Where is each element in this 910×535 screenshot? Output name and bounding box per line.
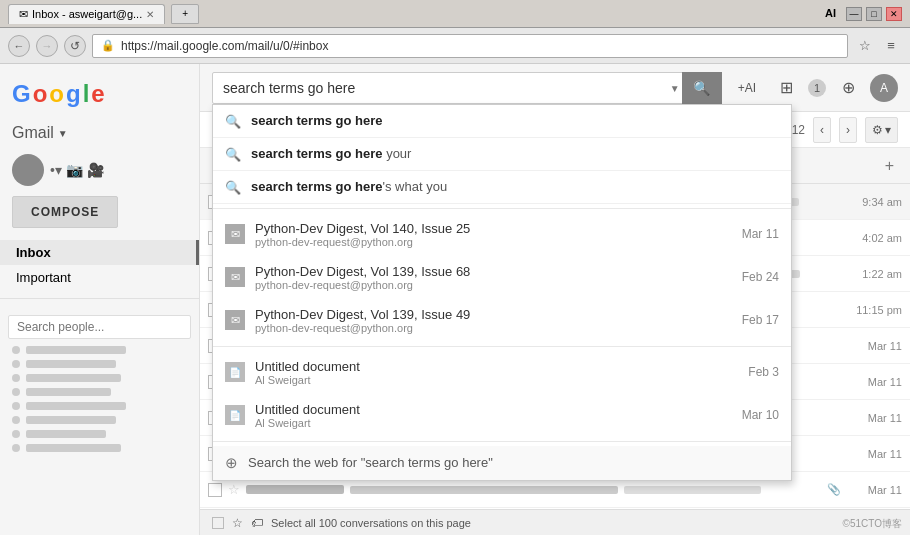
title-bar-left: ✉ Inbox - asweigart@g... ✕ +: [8, 4, 199, 24]
status-checkbox[interactable]: [212, 517, 224, 529]
sidebar-video-icon[interactable]: 🎥: [87, 162, 104, 178]
url-text: https://mail.google.com/mail/u/0/#inbox: [121, 39, 328, 53]
ai-label: AI: [825, 7, 836, 21]
search-icon: 🔍: [225, 180, 241, 195]
back-btn[interactable]: ←: [8, 35, 30, 57]
browser-bar: ← → ↺ 🔒 https://mail.google.com/mail/u/0…: [0, 28, 910, 64]
header-right: +AI ⊞ 1 ⊕ A: [730, 74, 898, 102]
sidebar-item-important[interactable]: Important: [0, 265, 199, 290]
search-box-wrapper: ▼ 🔍 🔍 search terms go here 🔍: [212, 72, 722, 104]
search-people-input[interactable]: [8, 315, 191, 339]
contact-name-blurred: [26, 374, 121, 382]
email-subject-blurred: [350, 486, 618, 494]
contact-section: [0, 305, 199, 461]
autocomplete-email-1[interactable]: ✉ Python-Dev Digest, Vol 140, Issue 25 p…: [213, 213, 791, 256]
main-area: ▼ 🔍 🔍 search terms go here 🔍: [200, 64, 910, 535]
star-icon[interactable]: ☆: [232, 516, 243, 530]
sidebar-avatar: [12, 154, 44, 186]
ssl-lock-icon: 🔒: [101, 39, 115, 52]
contact-dot: [12, 444, 20, 452]
autocomplete-email-2[interactable]: ✉ Python-Dev Digest, Vol 139, Issue 68 p…: [213, 256, 791, 299]
gmail-main: Google Gmail ▼ •▾ 📷 🎥 COMPOSE Inbox Impo…: [0, 64, 910, 535]
contact-item: [0, 399, 199, 413]
autocomplete-suggestion-3[interactable]: 🔍 search terms go here's what you: [213, 171, 791, 204]
sidebar-action-1[interactable]: •▾: [50, 162, 62, 178]
autocomplete-email-3[interactable]: ✉ Python-Dev Digest, Vol 139, Issue 49 p…: [213, 299, 791, 342]
contact-dot: [12, 346, 20, 354]
ac-divider-2: [213, 346, 791, 347]
sidebar: Google Gmail ▼ •▾ 📷 🎥 COMPOSE Inbox Impo…: [0, 64, 200, 535]
gmail-label[interactable]: Gmail ▼: [0, 120, 199, 150]
autocomplete-suggestion-2[interactable]: 🔍 search terms go here your: [213, 138, 791, 171]
window-controls: AI — □ ✕: [825, 7, 902, 21]
contact-name-blurred: [26, 388, 111, 396]
settings-btn[interactable]: ⚙ ▾: [865, 117, 898, 143]
autocomplete-doc-2[interactable]: 📄 Untitled document Al Sweigart Mar 10: [213, 394, 791, 437]
browser-menu-icon[interactable]: ≡: [880, 35, 902, 57]
status-text: Select all 100 conversations on this pag…: [271, 517, 471, 529]
contact-item: [0, 441, 199, 455]
contact-item: [0, 357, 199, 371]
email-star[interactable]: ☆: [228, 482, 240, 497]
email-icon: ✉: [225, 310, 245, 330]
email-icon: ✉: [225, 224, 245, 244]
google-logo: Google: [0, 72, 199, 120]
contact-name-blurred: [26, 346, 126, 354]
browser-action-buttons: ☆ ≡: [854, 35, 902, 57]
search-icon: 🔍: [225, 147, 241, 162]
nav-items: Inbox Important: [0, 240, 199, 290]
tab-title: Inbox - asweigart@g...: [32, 8, 142, 20]
label-icon[interactable]: 🏷: [251, 516, 263, 530]
contact-dot: [12, 430, 20, 438]
autocomplete-web-search[interactable]: ⊕ Search the web for "search terms go he…: [213, 446, 791, 480]
gmail-dropdown-icon: ▼: [58, 128, 68, 139]
gmail-header: ▼ 🔍 🔍 search terms go here 🔍: [200, 64, 910, 112]
user-avatar[interactable]: A: [870, 74, 898, 102]
sidebar-divider: [0, 298, 199, 299]
autocomplete-doc-1[interactable]: 📄 Untitled document Al Sweigart Feb 3: [213, 351, 791, 394]
title-bar: ✉ Inbox - asweigart@g... ✕ + AI — □ ✕: [0, 0, 910, 28]
close-btn[interactable]: ✕: [886, 7, 902, 21]
email-sender-blurred: [246, 485, 344, 494]
contact-name-blurred: [26, 416, 116, 424]
autocomplete-dropdown: 🔍 search terms go here 🔍 search terms go…: [212, 104, 792, 481]
contact-item: [0, 385, 199, 399]
minimize-btn[interactable]: —: [846, 7, 862, 21]
autocomplete-suggestion-1[interactable]: 🔍 search terms go here: [213, 105, 791, 138]
add-tab-btn[interactable]: +: [877, 157, 902, 175]
doc-icon: 📄: [225, 362, 245, 382]
sidebar-avatar-row: •▾ 📷 🎥: [0, 150, 199, 190]
new-tab-btn[interactable]: +: [171, 4, 199, 24]
contact-dot: [12, 360, 20, 368]
search-input[interactable]: [212, 72, 722, 104]
forward-btn[interactable]: →: [36, 35, 58, 57]
doc-icon: 📄: [225, 405, 245, 425]
contact-dot: [12, 388, 20, 396]
contact-dot: [12, 416, 20, 424]
email-checkbox[interactable]: [208, 483, 222, 497]
plus-ai-btn[interactable]: +AI: [730, 74, 764, 102]
compose-button[interactable]: COMPOSE: [12, 196, 118, 228]
contact-item: [0, 371, 199, 385]
search-button[interactable]: 🔍: [682, 72, 722, 104]
ac-divider-3: [213, 441, 791, 442]
contact-item: [0, 427, 199, 441]
tab-close-icon[interactable]: ✕: [146, 9, 154, 20]
browser-tab[interactable]: ✉ Inbox - asweigart@g... ✕: [8, 4, 165, 24]
add-account-btn[interactable]: ⊕: [834, 74, 862, 102]
sidebar-camera-icon[interactable]: 📷: [66, 162, 83, 178]
reload-btn[interactable]: ↺: [64, 35, 86, 57]
notification-badge[interactable]: 1: [808, 79, 826, 97]
sidebar-item-inbox[interactable]: Inbox: [0, 240, 199, 265]
sidebar-action-icons: •▾ 📷 🎥: [50, 162, 104, 178]
next-page-btn[interactable]: ›: [839, 117, 857, 143]
contact-dot: [12, 402, 20, 410]
apps-grid-btn[interactable]: ⊞: [772, 74, 800, 102]
address-bar[interactable]: 🔒 https://mail.google.com/mail/u/0/#inbo…: [92, 34, 848, 58]
prev-page-btn[interactable]: ‹: [813, 117, 831, 143]
maximize-btn[interactable]: □: [866, 7, 882, 21]
bookmark-star-icon[interactable]: ☆: [854, 35, 876, 57]
contact-name-blurred: [26, 360, 116, 368]
search-icon: 🔍: [225, 114, 241, 129]
search-dropdown-arrow[interactable]: ▼: [670, 82, 680, 93]
